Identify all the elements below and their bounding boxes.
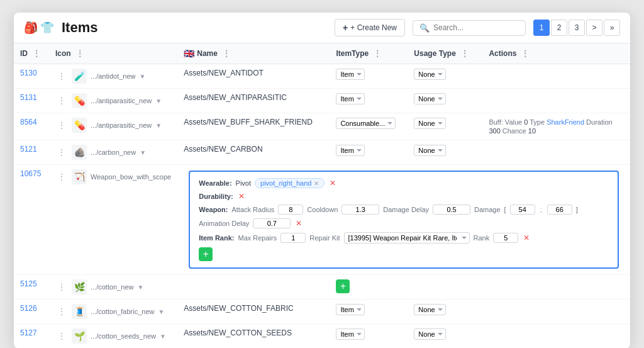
add-property-button[interactable]: +	[199, 247, 213, 261]
id-link[interactable]: 5121	[20, 145, 37, 154]
item-icon: 🪨	[72, 145, 87, 160]
title-icons: 🎒 👕	[24, 21, 54, 35]
animation-delay-input[interactable]	[253, 218, 291, 228]
item-icon: 💊	[72, 93, 87, 108]
table-row: 5127 ⋮ 🌱 .../cotton_seeds_new ▼ Assets/N…	[14, 324, 630, 349]
usagetype-select[interactable]: None	[414, 304, 446, 315]
itemtype-select[interactable]: Item	[336, 304, 365, 315]
itemtype-select[interactable]: Item	[336, 145, 365, 156]
usagetype-select[interactable]: None	[414, 93, 446, 104]
page-1-button[interactable]: 1	[533, 20, 550, 36]
cell-itemtype: Item	[330, 324, 408, 349]
wearable-delete[interactable]: ✕	[330, 179, 336, 188]
usagetype-select[interactable]: None	[414, 328, 446, 340]
col-usagetype-menu[interactable]: ⋮	[458, 49, 471, 58]
search-input[interactable]	[433, 23, 509, 32]
damage-max-input[interactable]	[547, 205, 572, 215]
usagetype-select[interactable]: None	[414, 69, 446, 80]
plus-icon: +	[343, 23, 348, 33]
id-link[interactable]: 8564	[20, 118, 37, 126]
cell-icon: ⋮ 🧵 .../cotton_fabric_new ▼	[49, 300, 177, 324]
row-menu-btn[interactable]: ⋮	[55, 70, 68, 82]
icon-dropdown[interactable]: ▼	[155, 122, 162, 129]
row-menu-btn[interactable]: ⋮	[55, 281, 68, 293]
icon-dropdown[interactable]: ▼	[140, 149, 146, 156]
icon-dropdown[interactable]: ▼	[158, 308, 165, 315]
id-link[interactable]: 5127	[20, 328, 37, 337]
itemtype-select[interactable]: Item	[336, 93, 365, 104]
cell-id: 5131	[14, 89, 49, 113]
row-menu-btn[interactable]: ⋮	[55, 95, 68, 106]
cell-icon: ⋮ 🌱 .../cotton_seeds_new ▼	[49, 324, 177, 349]
cell-icon: ⋮ 💊 .../antiparasitic_new ▼	[49, 89, 177, 113]
icon-name: .../antiparasitic_new	[91, 121, 152, 129]
damage-delay-input[interactable]	[433, 205, 470, 215]
table-row: 5131 ⋮ 💊 .../antiparasitic_new ▼ Assets/…	[14, 89, 630, 113]
itemtype-select[interactable]: Item	[336, 328, 365, 340]
usagetype-select[interactable]: None	[414, 145, 446, 156]
id-link[interactable]: 5126	[20, 304, 37, 313]
cell-actions	[482, 140, 630, 165]
col-itemtype-menu[interactable]: ⋮	[371, 49, 384, 58]
itemtype-select[interactable]: Item	[336, 69, 365, 80]
attack-radius-label: Attack Radius	[231, 206, 274, 213]
col-id-menu[interactable]: ⋮	[30, 49, 43, 58]
cell-usagetype: None	[408, 140, 482, 165]
damage-label: Damage	[474, 206, 501, 213]
cell-id: 8564	[14, 113, 49, 140]
cell-itemtype: Item	[330, 64, 408, 89]
cell-actions	[482, 300, 630, 324]
table-row: 5130 ⋮ 🧪 .../antidot_new ▼ Assets/NEW_AN…	[14, 64, 630, 89]
icon-dropdown[interactable]: ▼	[140, 73, 146, 80]
add-property-button-row5125[interactable]: +	[336, 279, 350, 293]
cell-name: Assets/NEW_CARBON	[177, 140, 330, 165]
cell-actions	[482, 64, 630, 89]
rank-delete[interactable]: ✕	[523, 233, 530, 242]
cell-usagetype: None	[408, 64, 482, 89]
row-menu-btn[interactable]: ⋮	[55, 147, 68, 158]
wearable-tag: pivot_right_hand ✕	[255, 178, 325, 188]
create-new-button[interactable]: + + Create New	[335, 19, 405, 36]
cooldown-input[interactable]	[341, 205, 379, 215]
page-3-button[interactable]: 3	[569, 20, 585, 36]
id-link[interactable]: 5131	[20, 93, 37, 102]
row-menu-btn[interactable]: ⋮	[55, 120, 68, 131]
col-actions-menu[interactable]: ⋮	[519, 49, 531, 58]
damage-min-input[interactable]	[510, 205, 535, 215]
attack-radius-input[interactable]	[278, 205, 303, 215]
col-header-actions: Actions ⋮	[482, 43, 630, 64]
icon-dropdown[interactable]: ▼	[138, 284, 144, 291]
col-header-usagetype: Usage Type ⋮	[408, 43, 482, 64]
row-menu-btn[interactable]: ⋮	[55, 306, 68, 317]
itemtype-select[interactable]: Consumable...	[336, 118, 396, 129]
icon-dropdown[interactable]: ▼	[155, 98, 162, 104]
table-row: 5125 ⋮ 🌿 .../cotton_new ▼ +	[14, 275, 630, 300]
cell-id: 5127	[14, 324, 49, 349]
row-menu-btn[interactable]: ⋮	[55, 330, 68, 342]
repair-kit-select[interactable]: [13995] Weapon Repair Kit Rare, Item	[344, 232, 470, 244]
col-name-menu[interactable]: ⋮	[220, 49, 233, 58]
table-row: 5121 ⋮ 🪨 .../carbon_new ▼ Assets/NEW_CAR…	[14, 140, 630, 165]
page-next-button[interactable]: >	[586, 20, 602, 36]
cell-actions	[482, 324, 630, 349]
id-link[interactable]: 5130	[20, 69, 37, 77]
shirt-icon: 👕	[40, 21, 54, 35]
rank-input[interactable]	[493, 233, 518, 243]
icon-name: .../cotton_new	[91, 283, 134, 291]
id-link[interactable]: 5125	[20, 279, 37, 288]
wearable-line: Wearable: Pivot pivot_right_hand ✕ ✕	[199, 178, 609, 188]
row-menu-btn[interactable]: ⋮	[55, 171, 68, 182]
page-title: Items	[62, 20, 97, 36]
col-icon-menu[interactable]: ⋮	[74, 49, 86, 58]
page-2-button[interactable]: 2	[551, 20, 567, 36]
cell-itemtype: Item	[330, 300, 408, 324]
max-repairs-input[interactable]	[280, 233, 306, 243]
page-last-button[interactable]: »	[604, 20, 620, 36]
icon-dropdown[interactable]: ▼	[160, 333, 166, 340]
wearable-tag-close[interactable]: ✕	[314, 180, 319, 187]
id-link[interactable]: 10675	[20, 169, 41, 178]
weapon-delete[interactable]: ✕	[296, 219, 302, 228]
usagetype-select[interactable]: None	[414, 118, 446, 129]
durability-delete[interactable]: ✕	[238, 192, 245, 201]
icon-name: Weapon_bow_with_scope	[91, 173, 171, 181]
